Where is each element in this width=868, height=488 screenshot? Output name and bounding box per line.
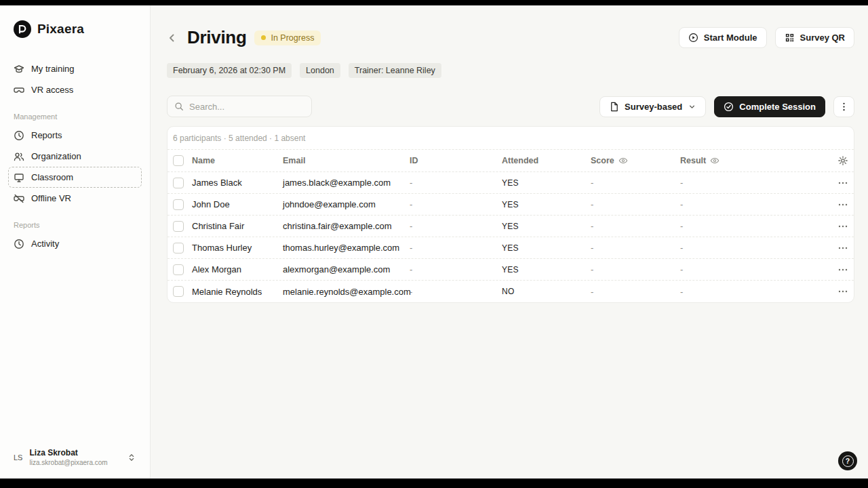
nav-label: Organization	[31, 151, 81, 161]
row-checkbox[interactable]	[173, 221, 184, 232]
participant-email: james.black@example.com	[283, 178, 410, 188]
sidebar-nav: My training VR access Management Reports	[8, 58, 142, 254]
sidebar-item-activity[interactable]: Activity	[8, 233, 142, 254]
brand[interactable]: Pixaera	[8, 20, 142, 38]
participant-score: -	[591, 264, 680, 274]
user-menu[interactable]: LS Liza Skrobat liza.skrobat@pixaera.com	[7, 444, 143, 470]
participant-score: -	[591, 199, 680, 209]
start-module-button[interactable]: Start Module	[679, 27, 767, 48]
nav-label: Reports	[31, 130, 62, 140]
participant-attended: YES	[502, 243, 591, 253]
toolbar: Survey-based Complete Session	[167, 96, 854, 117]
search-box[interactable]	[167, 96, 312, 117]
pixaera-logo-icon	[14, 20, 31, 38]
session-datetime-chip: February 6, 2026 at 02:30 PM	[167, 63, 292, 78]
session-type-dropdown[interactable]: Survey-based	[599, 96, 706, 117]
chevron-up-down-icon	[127, 453, 136, 462]
participant-score: -	[591, 221, 680, 231]
monitor-icon	[14, 172, 24, 183]
graduation-cap-icon	[14, 64, 24, 75]
ellipsis-icon	[837, 286, 848, 297]
section-label-reports: Reports	[8, 221, 142, 229]
sidebar-item-reports[interactable]: Reports	[8, 125, 142, 146]
sidebar-item-my-training[interactable]: My training	[8, 58, 142, 79]
table-row[interactable]: John Doe johndoe@example.com - YES - -	[167, 194, 854, 216]
row-menu-button[interactable]	[824, 199, 848, 210]
brand-name: Pixaera	[37, 22, 84, 37]
row-checkbox[interactable]	[173, 264, 184, 275]
table-row[interactable]: Melanie Reynolds melanie.reynolds@exampl…	[167, 281, 854, 302]
start-module-label: Start Module	[704, 33, 757, 43]
column-settings-button[interactable]	[824, 155, 848, 166]
column-result-label: Result	[680, 156, 706, 165]
survey-qr-button[interactable]: Survey QR	[775, 27, 854, 48]
session-trainer-chip: Trainer: Leanne Riley	[349, 63, 441, 78]
participant-attended: YES	[502, 178, 591, 188]
row-checkbox[interactable]	[173, 243, 184, 253]
participant-score: -	[591, 287, 680, 297]
participant-attended: YES	[502, 265, 591, 274]
sidebar-item-classroom[interactable]: Classroom	[8, 167, 142, 188]
column-score[interactable]: Score	[591, 156, 680, 165]
participant-name: Thomas Hurley	[192, 243, 283, 253]
participant-id: -	[410, 287, 502, 297]
back-button[interactable]	[167, 29, 179, 47]
row-checkbox[interactable]	[173, 286, 184, 297]
column-result[interactable]: Result	[680, 156, 824, 165]
sidebar-item-organization[interactable]: Organization	[8, 146, 142, 167]
row-menu-button[interactable]	[824, 178, 848, 188]
participant-result: -	[680, 287, 824, 297]
status-badge-label: In Progress	[271, 33, 314, 43]
chevron-down-icon	[688, 102, 696, 111]
vr-offline-icon	[14, 193, 24, 204]
status-dot-icon	[261, 35, 266, 40]
row-menu-button[interactable]	[824, 243, 848, 253]
sidebar: Pixaera My training VR access Management	[0, 5, 151, 479]
column-email[interactable]: Email	[283, 156, 410, 165]
search-input[interactable]	[189, 102, 304, 112]
complete-session-button[interactable]: Complete Session	[714, 96, 825, 117]
row-menu-button[interactable]	[824, 264, 848, 275]
page-header: Driving In Progress Start Module	[167, 27, 854, 48]
column-id[interactable]: ID	[410, 156, 502, 165]
participant-id: -	[410, 199, 502, 209]
vr-headset-icon	[14, 85, 24, 96]
row-menu-button[interactable]	[824, 286, 848, 297]
eye-icon[interactable]	[618, 156, 628, 165]
nav-label: Activity	[31, 239, 59, 249]
help-button[interactable]: ?	[838, 451, 857, 470]
sidebar-item-offline-vr[interactable]: Offline VR	[8, 188, 142, 209]
chevron-left-icon	[167, 33, 178, 43]
select-all-checkbox[interactable]	[173, 155, 184, 166]
participant-attended: YES	[502, 200, 591, 209]
row-checkbox[interactable]	[173, 178, 184, 188]
table-row[interactable]: Alex Morgan alexmorgan@example.com - YES…	[167, 259, 854, 281]
participant-result: -	[680, 221, 824, 231]
column-attended[interactable]: Attended	[502, 156, 591, 165]
session-meta: February 6, 2026 at 02:30 PM London Trai…	[167, 63, 854, 78]
ellipsis-icon	[837, 221, 848, 232]
table-row[interactable]: Christina Fair christina.fair@example.co…	[167, 216, 854, 237]
table-row[interactable]: James Black james.black@example.com - YE…	[167, 172, 854, 194]
participant-name: Alex Morgan	[192, 264, 283, 274]
section-label-management: Management	[8, 113, 142, 121]
participant-email: alexmorgan@example.com	[283, 264, 410, 274]
document-icon	[609, 102, 619, 112]
session-location-chip: London	[300, 63, 340, 78]
nav-label: Offline VR	[31, 193, 71, 203]
more-options-button[interactable]	[833, 96, 854, 117]
table-row[interactable]: Thomas Hurley thomas.hurley@example.com …	[167, 237, 854, 259]
participant-name: James Black	[192, 178, 283, 188]
eye-icon[interactable]	[710, 156, 719, 165]
sidebar-item-vr-access[interactable]: VR access	[8, 79, 142, 100]
column-name[interactable]: Name	[192, 156, 283, 165]
nav-label: Classroom	[31, 172, 73, 182]
column-score-label: Score	[591, 156, 614, 165]
participant-name: John Doe	[192, 199, 283, 209]
participant-email: christina.fair@example.com	[283, 221, 410, 231]
row-menu-button[interactable]	[824, 221, 848, 232]
participant-score: -	[591, 243, 680, 253]
row-checkbox[interactable]	[173, 199, 184, 210]
participant-email: johndoe@example.com	[283, 199, 410, 209]
participant-id: -	[410, 221, 502, 231]
